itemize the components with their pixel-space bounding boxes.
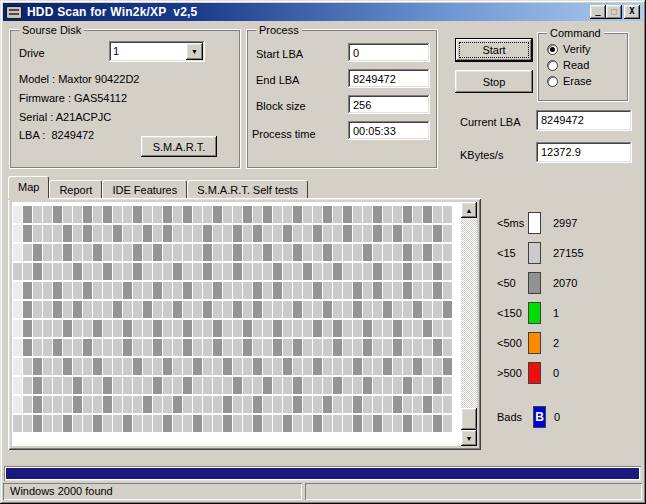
map-block — [273, 263, 282, 280]
map-block — [13, 358, 22, 375]
map-block — [363, 244, 372, 261]
map-block — [333, 282, 342, 299]
stop-button[interactable]: Stop — [455, 70, 533, 93]
map-block — [63, 320, 72, 337]
map-block — [83, 206, 92, 223]
smart-button[interactable]: S.M.A.R.T. — [141, 136, 217, 157]
app-window: HDD Scan for Win2k/XP v2,5 _ □ X Sourse … — [0, 0, 646, 504]
close-button[interactable]: X — [624, 5, 640, 19]
map-block — [13, 301, 22, 318]
minimize-button[interactable]: _ — [590, 5, 606, 19]
map-block — [103, 358, 112, 375]
map-block — [23, 301, 32, 318]
map-block — [63, 339, 72, 356]
map-block — [73, 377, 82, 394]
map-block — [363, 320, 372, 337]
map-block — [293, 339, 302, 356]
tab-report[interactable]: Report — [49, 180, 102, 198]
app-icon[interactable] — [6, 6, 22, 19]
maximize-button[interactable]: □ — [606, 5, 622, 19]
map-block — [233, 282, 242, 299]
map-block — [223, 377, 232, 394]
map-block — [383, 358, 392, 375]
map-block — [293, 244, 302, 261]
map-block — [333, 377, 342, 394]
map-block — [323, 206, 332, 223]
current-lba-field[interactable]: 8249472 — [536, 110, 632, 131]
map-block — [33, 206, 42, 223]
map-block — [353, 377, 362, 394]
map-block — [443, 244, 452, 261]
map-block — [113, 358, 122, 375]
map-block — [33, 320, 42, 337]
map-block — [243, 339, 252, 356]
tab-strip: Map Report IDE Features S.M.A.R.T. Self … — [8, 178, 308, 198]
radio-read-icon[interactable] — [547, 60, 558, 71]
map-block — [133, 339, 142, 356]
map-block — [153, 206, 162, 223]
radio-read[interactable]: Read — [547, 59, 589, 71]
bads-count: 0 — [554, 411, 560, 423]
map-block — [223, 415, 232, 432]
map-block — [33, 415, 42, 432]
scrollbar-thumb[interactable] — [461, 408, 477, 430]
tab-map[interactable]: Map — [8, 176, 49, 198]
start-button[interactable]: Start — [455, 38, 533, 62]
map-block — [233, 244, 242, 261]
map-block — [53, 415, 62, 432]
legend-count: 1 — [553, 307, 559, 319]
map-block — [273, 206, 282, 223]
map-block — [423, 358, 432, 375]
map-block — [433, 263, 442, 280]
end-lba-input[interactable]: 8249472 — [348, 69, 430, 88]
start-lba-input[interactable]: 0 — [348, 43, 430, 62]
radio-erase-icon[interactable] — [547, 76, 558, 87]
scroll-down-icon[interactable]: ▼ — [461, 430, 477, 446]
map-block — [393, 225, 402, 242]
kbytes-field[interactable]: 12372.9 — [536, 142, 632, 163]
map-block — [43, 301, 52, 318]
map-block — [213, 320, 222, 337]
scroll-up-icon[interactable]: ▲ — [461, 202, 477, 218]
map-block — [133, 282, 142, 299]
map-block — [103, 244, 112, 261]
map-block — [63, 358, 72, 375]
map-block — [123, 396, 132, 413]
map-block — [143, 358, 152, 375]
map-block — [313, 358, 322, 375]
radio-verify-icon[interactable] — [547, 44, 558, 55]
map-block — [193, 415, 202, 432]
tab-ide-features[interactable]: IDE Features — [102, 180, 187, 198]
map-block — [73, 225, 82, 242]
chevron-down-icon[interactable]: ▼ — [186, 43, 203, 60]
map-block — [223, 206, 232, 223]
process-time-input[interactable]: 00:05:33 — [348, 121, 430, 140]
map-block — [53, 301, 62, 318]
map-block — [413, 244, 422, 261]
map-block — [443, 415, 452, 432]
map-block — [413, 282, 422, 299]
map-block — [23, 206, 32, 223]
map-block — [203, 320, 212, 337]
command-title: Command — [547, 27, 604, 39]
status-bar-message: Windows 2000 found — [3, 483, 302, 500]
drive-dropdown[interactable]: 1 ▼ — [109, 41, 205, 62]
scrollbar-track[interactable] — [461, 218, 477, 430]
map-block — [363, 358, 372, 375]
tab-smart-self-tests[interactable]: S.M.A.R.T. Self tests — [187, 180, 308, 198]
map-block — [73, 396, 82, 413]
map-scrollbar[interactable]: ▲ ▼ — [461, 202, 477, 446]
map-block — [363, 396, 372, 413]
radio-verify[interactable]: Verify — [547, 43, 591, 55]
process-time-label: Process time — [252, 128, 316, 140]
block-size-input[interactable]: 256 — [348, 95, 430, 114]
map-block — [13, 206, 22, 223]
end-lba-label: End LBA — [256, 74, 299, 86]
map-block — [93, 225, 102, 242]
map-block — [93, 377, 102, 394]
map-block — [233, 339, 242, 356]
map-block — [363, 377, 372, 394]
map-block — [213, 339, 222, 356]
radio-erase[interactable]: Erase — [547, 75, 592, 87]
map-block — [243, 244, 252, 261]
